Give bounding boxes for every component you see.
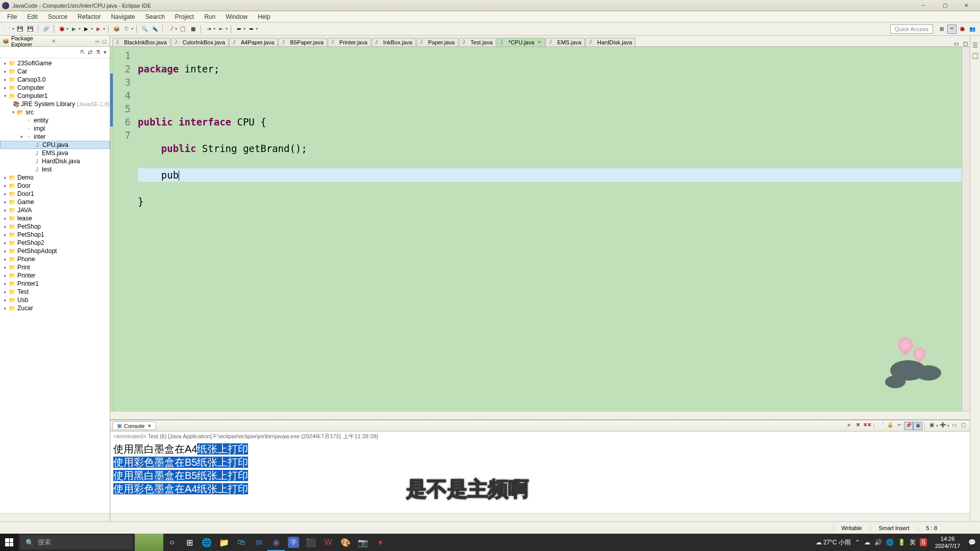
tree-item[interactable]: ▸ 📁 JAVA <box>0 206 110 214</box>
run-button[interactable]: ▶ <box>69 24 79 34</box>
tree-twisty-icon[interactable]: ▸ <box>2 183 8 188</box>
tab-close-icon[interactable]: ✕ <box>537 40 542 45</box>
tree-twisty-icon[interactable]: ▸ <box>2 248 8 254</box>
tree-item[interactable]: ▾ 📁 Computer1 <box>0 92 110 100</box>
tree-twisty-icon[interactable]: ▸ <box>2 289 8 294</box>
tree-item[interactable]: ▸ ▫ entity <box>0 116 110 124</box>
tree-item[interactable]: ▸ ▫ impl <box>0 124 110 133</box>
quick-access[interactable]: Quick Access <box>890 24 933 34</box>
tree-twisty-icon[interactable]: ▸ <box>2 265 8 270</box>
taskbar-store[interactable]: 🛍 <box>233 534 250 551</box>
debug-button[interactable]: 🐞 <box>57 24 66 34</box>
back-button[interactable]: ⬅ <box>234 24 243 34</box>
taskbar-app2[interactable]: ⬛ <box>302 534 320 551</box>
taskbar-app-game[interactable] <box>135 534 163 551</box>
tree-item[interactable]: ▸ 📁 lease <box>0 214 110 222</box>
taskbar-app4[interactable]: 📷 <box>354 534 372 551</box>
tray-chevron-icon[interactable]: ⌃ <box>855 539 860 546</box>
debug-perspective-button[interactable]: 🐞 <box>958 24 967 34</box>
tray-volume-icon[interactable]: 🔊 <box>874 539 882 546</box>
collapse-all-button[interactable]: ⇱ <box>80 49 85 56</box>
taskbar-taskview[interactable]: ⊞ <box>181 534 198 551</box>
tree-twisty-icon[interactable]: ▸ <box>2 232 8 237</box>
editor-tab[interactable]: J Paper.java <box>416 38 458 46</box>
tree-twisty-icon[interactable]: ▸ <box>2 69 8 74</box>
menu-refactor[interactable]: Refactor <box>72 12 106 21</box>
taskbar-app5[interactable]: ▾ <box>372 534 389 551</box>
minimize-button[interactable]: ─ <box>916 2 931 10</box>
tree-item[interactable]: ▾ ▫ inter <box>0 133 110 141</box>
taskbar-wps[interactable]: W <box>320 534 337 551</box>
taskbar-app3[interactable]: 🎨 <box>337 534 354 551</box>
view-maximize-button[interactable]: ▢ <box>101 38 108 45</box>
editor-hscroll[interactable] <box>110 411 970 419</box>
tree-twisty-icon[interactable]: ▾ <box>10 110 16 115</box>
tray-ime2-icon[interactable]: S <box>920 538 927 546</box>
editor-tab[interactable]: J Printer.java <box>328 38 371 46</box>
link-editor-button[interactable]: ⇄ <box>88 49 92 56</box>
overview-ruler[interactable] <box>962 47 970 411</box>
editor-tab[interactable]: J EMS.java <box>546 38 585 46</box>
close-button[interactable]: ✕ <box>959 2 974 10</box>
terminate-button[interactable]: ■ <box>844 422 853 430</box>
editor-tab[interactable]: J BlackInkBox.java <box>112 38 170 46</box>
display-console-button[interactable]: ▣ <box>927 422 936 430</box>
task-button[interactable]: 📋 <box>178 24 187 34</box>
menu-help[interactable]: Help <box>253 12 276 21</box>
toggle-button[interactable]: 🔗 <box>41 24 51 34</box>
remove-all-button[interactable]: ✖✖ <box>863 422 872 430</box>
tree-item[interactable]: ▸ J HardDisk.java <box>0 157 110 165</box>
open-perspective-button[interactable]: ⊞ <box>937 24 946 34</box>
console-output[interactable]: 使用黑白墨盒在A4纸张上打印使用彩色墨盒在B5纸张上打印使用黑白墨盒在B5纸张上… <box>110 441 970 513</box>
taskbar-mail[interactable]: ✉ <box>250 534 267 551</box>
taskbar-search[interactable]: 🔍 搜索 <box>20 535 133 549</box>
view-minimize-button[interactable]: ▭ <box>93 38 101 45</box>
editor-tab[interactable]: J *CPU.java ✕ <box>497 38 545 46</box>
remove-launch-button[interactable]: ✖ <box>853 422 863 430</box>
menu-file[interactable]: File <box>2 12 22 21</box>
editor-tab[interactable]: J ColorInkBox.java <box>171 38 229 46</box>
editor-tab[interactable]: J HardDisk.java <box>585 38 635 46</box>
filter-button[interactable]: ⚗ <box>95 49 101 56</box>
tree-twisty-icon[interactable]: ▸ <box>2 85 8 90</box>
save-button[interactable]: 💾 <box>15 24 24 34</box>
menu-navigate[interactable]: Navigate <box>106 12 140 21</box>
tree-hscroll[interactable] <box>0 513 110 521</box>
editor-maximize-button[interactable]: ▢ <box>961 41 970 46</box>
tree-twisty-icon[interactable]: ▸ <box>2 77 8 82</box>
menu-edit[interactable]: Edit <box>22 12 43 21</box>
console-minimize-button[interactable]: ▭ <box>949 422 959 430</box>
tree-item[interactable]: ▸ 📁 Door <box>0 182 110 190</box>
tree-item[interactable]: ▸ J test <box>0 165 110 173</box>
tree-item[interactable]: ▸ 📁 PetShop2 <box>0 239 110 247</box>
code-editor[interactable]: 1234567 package inter; public interface … <box>110 47 970 411</box>
tree-twisty-icon[interactable]: ▸ <box>2 273 8 278</box>
editor-tab[interactable]: J A4Paper.java <box>229 38 278 46</box>
menu-run[interactable]: Run <box>199 12 220 21</box>
tree-item[interactable]: ▸ 📁 PetShopAdopt <box>0 247 110 255</box>
tree-twisty-icon[interactable]: ▾ <box>2 93 8 98</box>
taskbar-explorer[interactable]: 📁 <box>215 534 233 551</box>
tree-item[interactable]: ▸ 📁 Printer <box>0 271 110 280</box>
block-button[interactable]: ▦ <box>188 24 198 34</box>
taskbar-app1[interactable]: 字 <box>288 537 299 548</box>
tree-item[interactable]: ▸ 📁 Demo <box>0 173 110 182</box>
ext-tools-button[interactable]: ▶ <box>94 24 103 34</box>
tree-item[interactable]: ▾ 📂 src <box>0 108 110 116</box>
tree-item[interactable]: ▸ 📁 PetShop <box>0 222 110 231</box>
tree-item[interactable]: ▸ 📁 Phone <box>0 255 110 263</box>
tree-twisty-icon[interactable]: ▸ <box>2 240 8 245</box>
editor-minimize-button[interactable]: ▭ <box>951 41 961 46</box>
taskbar-eclipse[interactable]: ◉ <box>267 534 285 551</box>
editor-tab[interactable]: J InkBox.java <box>372 38 416 46</box>
tree-twisty-icon[interactable]: ▸ <box>2 297 8 303</box>
menu-source[interactable]: Source <box>43 12 72 21</box>
tree-item[interactable]: ▸ 📁 Print <box>0 263 110 271</box>
tree-twisty-icon[interactable]: ▸ <box>2 216 8 221</box>
menu-project[interactable]: Project <box>170 12 199 21</box>
tree-twisty-icon[interactable]: ▾ <box>18 134 24 139</box>
maximize-button[interactable]: ▢ <box>937 2 952 10</box>
console-tab[interactable]: ▣ Console ✕ <box>112 421 156 430</box>
pin-console-button[interactable]: 📌 <box>904 422 913 430</box>
tree-item[interactable]: ▸ 📁 Printer1 <box>0 280 110 288</box>
